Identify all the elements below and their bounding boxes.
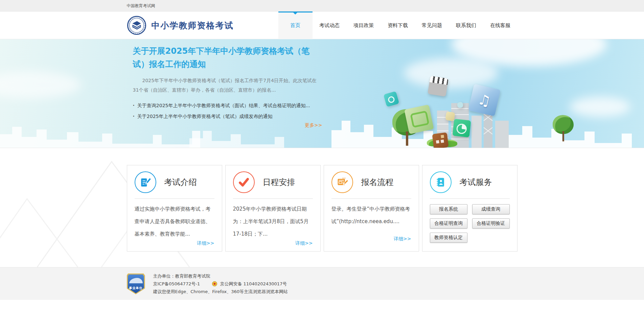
nav-item-exam-news[interactable]: 考试动态 — [313, 11, 347, 39]
card-body-text: 登录。考生登录“中小学教师资格考试”(http://ntce.neea.edu.… — [331, 199, 411, 236]
card-2-icon-circle — [331, 171, 353, 193]
main-nav: 首页 考试动态 项目政策 资料下载 常见问题 联系我们 在线客服 — [278, 11, 518, 39]
card-title: 报名流程 — [361, 177, 394, 188]
bush — [438, 140, 457, 147]
card-body-text: 通过实施中小学教师资格考试，考查申请人是否具备教师职业道德、基本素养、教育教学能… — [135, 199, 214, 240]
police-record-link[interactable]: 京公网安备 11040202430017号 — [220, 280, 287, 288]
nav-item-online-service[interactable]: 在线客服 — [483, 11, 518, 39]
score-query-button[interactable]: 成绩查询 — [472, 204, 510, 214]
certificate-verify-button[interactable]: 合格证明验证 — [472, 218, 510, 229]
nav-item-policy[interactable]: 项目政策 — [347, 11, 381, 39]
news-item[interactable]: 关于2025年上半年中小学教师资格考试（笔试）成绩发布的通知 — [133, 111, 518, 122]
tree — [553, 112, 574, 141]
card-1-icon-circle — [233, 171, 255, 193]
form-pencil-icon — [337, 176, 348, 188]
browser-tip-text: 建议您使用Edge、Chrome、Firefox、360等主流浏览器浏览本网站 — [153, 288, 288, 295]
notice-title[interactable]: 关于开展2025年下半年中小学教师资格考试（笔试）报名工作的通知 — [133, 45, 322, 71]
pencil-note-icon — [140, 176, 151, 188]
certificate-query-button[interactable]: 合格证明查询 — [430, 218, 467, 229]
police-emblem-icon — [212, 281, 217, 286]
organizer-text: 主办单位：教育部教育考试院 — [153, 272, 288, 280]
card-title: 日程安排 — [263, 177, 295, 188]
check-icon — [238, 176, 250, 188]
badge-label: 事业单位 — [128, 286, 144, 290]
card-exam-services: 考试服务 报名系统 成绩查询 合格证明查询 合格证明验证 教师资格认定 — [422, 165, 518, 252]
card-body-text: 2025年中小学教师资格考试日期为：上半年笔试3月8日，面试5月17-18日；下… — [233, 199, 313, 240]
card-title: 考试介绍 — [164, 177, 197, 188]
news-list: 关于查询2025年上半年中小学教师资格考试（面试）结果、考试合格证明的通知...… — [133, 100, 518, 122]
registration-system-button[interactable]: 报名系统 — [430, 204, 467, 214]
hero-banner: ♫ 关于开展2025年下半年中小学教师资格考试（笔试）报名工作的通知 2025年… — [0, 39, 644, 148]
card-3-icon-circle — [430, 171, 452, 193]
detail-link[interactable]: 详细>> — [233, 240, 313, 246]
brand-logo[interactable]: 中小学教师资格考试 — [127, 16, 234, 35]
detail-link[interactable]: 详细>> — [331, 236, 411, 242]
public-institution-badge: 事业单位 — [127, 273, 145, 294]
cloud-shape — [0, 71, 81, 98]
contact-book-icon — [435, 176, 446, 188]
icp-record-text: 京ICP备05064772号-1 — [153, 280, 200, 288]
site-title: 中小学教师资格考试 — [152, 20, 234, 31]
bush — [427, 139, 442, 146]
footer: 事业单位 主办单位：教育部教育考试院 京ICP备05064772号-1 京公网安… — [0, 267, 644, 300]
nav-item-home[interactable]: 首页 — [278, 11, 313, 39]
nav-item-faq[interactable]: 常见问题 — [415, 11, 449, 39]
card-registration-flow: 报名流程 登录。考生登录“中小学教师资格考试”(http://ntce.neea… — [324, 165, 419, 252]
abacus-cube-icon — [432, 132, 448, 148]
main-section: 考试介绍 通过实施中小学教师资格考试，考查申请人是否具备教师职业道德、基本素养、… — [0, 148, 644, 267]
book-emblem-icon — [127, 16, 146, 35]
card-title: 考试服务 — [460, 177, 492, 188]
card-schedule: 日程安排 2025年中小学教师资格考试日期为：上半年笔试3月8日，面试5月17-… — [225, 165, 321, 252]
badge-mountain-graphic — [129, 278, 143, 283]
topbar: 中国教育考试网 — [0, 0, 644, 11]
detail-link[interactable]: 详细>> — [135, 240, 214, 246]
card-0-icon-circle — [135, 171, 156, 193]
site-name: 中国教育考试网 — [127, 3, 155, 9]
header: 中小学教师资格考试 首页 考试动态 项目政策 资料下载 常见问题 联系我们 在线… — [0, 11, 644, 39]
news-item[interactable]: 关于查询2025年上半年中小学教师资格考试（面试）结果、考试合格证明的通知... — [133, 100, 518, 111]
cloud-shape — [570, 97, 630, 117]
service-buttons: 报名系统 成绩查询 合格证明查询 合格证明验证 教师资格认定 — [430, 199, 510, 243]
more-link[interactable]: 更多>> — [133, 122, 322, 128]
notice-summary: 2025年下半年中小学教师资格考试（笔试）报名工作将于7月4日开始。此次笔试在3… — [133, 76, 321, 95]
nav-item-contact[interactable]: 联系我们 — [449, 11, 483, 39]
nav-item-downloads[interactable]: 资料下载 — [381, 11, 415, 39]
teacher-qualification-button[interactable]: 教师资格认定 — [430, 233, 467, 243]
card-exam-intro: 考试介绍 通过实施中小学教师资格考试，考查申请人是否具备教师职业道德、基本素养、… — [127, 165, 222, 252]
